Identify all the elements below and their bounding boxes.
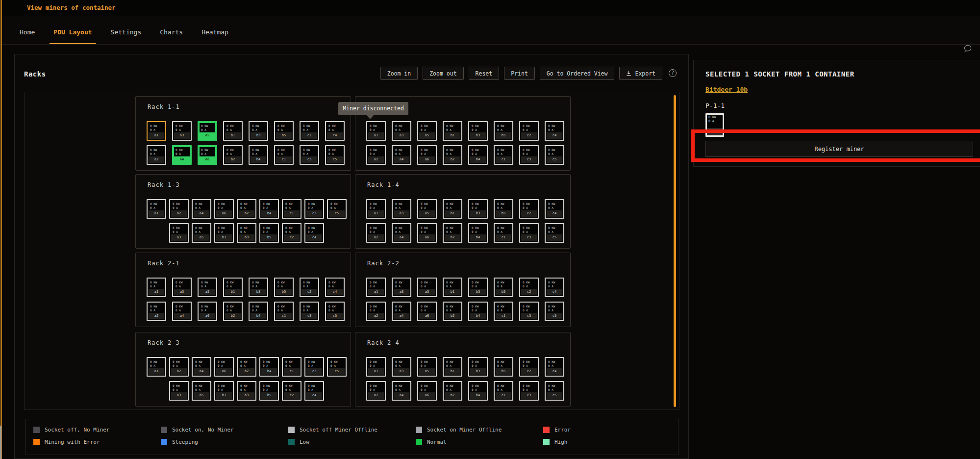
socket-b2[interactable]: 0 KW0 Ab2 [237, 357, 256, 377]
socket-a1[interactable]: 0 KW0 Aa1 [366, 278, 386, 297]
socket-a5[interactable]: 0 KW0 Aa5 [417, 121, 437, 141]
socket-b3[interactable]: 0 KW0 Ab3 [249, 121, 268, 141]
socket-a1[interactable]: 0 KW0 Aa1 [147, 121, 166, 141]
socket-c5[interactable]: 0 KW0 Ac5 [545, 381, 564, 401]
socket-b3[interactable]: 0 KW0 Ab3 [468, 199, 488, 219]
socket-c2[interactable]: 0 KW0 Ac2 [300, 278, 319, 297]
socket-c1[interactable]: 0 KW0 Ac1 [494, 223, 513, 243]
export-button[interactable]: Export [619, 67, 662, 80]
socket-c4[interactable]: 0 KW0 Ac4 [304, 381, 324, 401]
zoom-out-button[interactable]: Zoom out [423, 67, 463, 80]
socket-a5[interactable]: 0 KW0 Aa5 [417, 278, 437, 297]
socket-a1[interactable]: 0 KW0 Aa1 [366, 199, 386, 219]
socket-a4[interactable]: 0 KW0 Aa4 [172, 145, 192, 165]
socket-b4[interactable]: 0 KW0 Ab4 [259, 357, 279, 377]
socket-c2[interactable]: 0 KW0 Ac2 [519, 357, 539, 377]
socket-b5[interactable]: 0 KW0 Ab5 [274, 121, 294, 141]
socket-b1[interactable]: 0 KW0 Ab1 [214, 381, 234, 401]
socket-b3[interactable]: 0 KW0 Ab3 [237, 381, 256, 401]
socket-b3[interactable]: 0 KW0 Ab3 [249, 278, 268, 297]
socket-c5[interactable]: 0 KW0 Ac5 [327, 357, 347, 377]
socket-a2[interactable]: 0 KW0 Aa2 [169, 199, 189, 219]
socket-c1[interactable]: 0 KW0 Ac1 [282, 199, 302, 219]
socket-a5[interactable]: 0 KW0 Aa5 [192, 381, 211, 401]
socket-a1[interactable]: 0 KW0 Aa1 [366, 357, 386, 377]
tab-charts[interactable]: Charts [156, 28, 187, 44]
left-scrollbar-thumb[interactable] [0, 426, 1, 459]
socket-a6[interactable]: 0 KW0 Aa6 [417, 381, 437, 401]
socket-a1[interactable]: 0 KW0 Aa1 [147, 357, 166, 377]
socket-c5[interactable]: 0 KW0 Ac5 [545, 223, 564, 243]
socket-c5[interactable]: 0 KW0 Ac5 [545, 302, 564, 321]
socket-b1[interactable]: 0 KW0 Ab1 [214, 223, 234, 243]
socket-c1[interactable]: 0 KW0 Ac1 [274, 145, 294, 165]
socket-c3[interactable]: 0 KW0 Ac3 [519, 302, 539, 321]
socket-a2[interactable]: 0 KW0 Aa2 [147, 145, 166, 165]
tab-settings[interactable]: Settings [107, 28, 146, 44]
socket-c4[interactable]: 0 KW0 Ac4 [325, 121, 345, 141]
socket-b5[interactable]: 0 KW0 Ab5 [494, 357, 513, 377]
socket-b3[interactable]: 0 KW0 Ab3 [237, 223, 256, 243]
socket-a3[interactable]: 0 KW0 Aa3 [392, 121, 411, 141]
socket-c3[interactable]: 0 KW0 Ac3 [304, 199, 324, 219]
socket-c3[interactable]: 0 KW0 Ac3 [519, 223, 539, 243]
socket-a1[interactable]: 0 KW0 Aa1 [147, 278, 166, 297]
socket-a5[interactable]: 0 KW0 Aa5 [192, 223, 211, 243]
tab-heatmap[interactable]: Heatmap [198, 28, 232, 44]
socket-b5[interactable]: 0 KW0 Ab5 [259, 223, 279, 243]
socket-a6[interactable]: 0 KW0 Aa6 [198, 302, 217, 321]
socket-a2[interactable]: 0 KW0 Aa2 [366, 381, 386, 401]
socket-a3[interactable]: 0 KW0 Aa3 [169, 381, 189, 401]
socket-a4[interactable]: 0 KW0 Aa4 [392, 223, 411, 243]
socket-a6[interactable]: 0 KW0 Aa6 [417, 223, 437, 243]
socket-b5[interactable]: 0 KW0 Ab5 [274, 278, 294, 297]
socket-a5[interactable]: 0 KW0 Aa5 [417, 199, 437, 219]
socket-c4[interactable]: 0 KW0 Ac4 [545, 357, 564, 377]
socket-b5[interactable]: 0 KW0 Ab5 [259, 381, 279, 401]
socket-c5[interactable]: 0 KW0 Ac5 [325, 145, 345, 165]
socket-a6[interactable]: 0 KW0 Aa6 [417, 302, 437, 321]
socket-c4[interactable]: 0 KW0 Ac4 [325, 278, 345, 297]
socket-a2[interactable]: 0 KW0 Aa2 [366, 223, 386, 243]
socket-a3[interactable]: 0 KW0 Aa3 [392, 199, 411, 219]
socket-b2[interactable]: 0 KW0 Ab2 [223, 302, 243, 321]
socket-a3[interactable]: 0 KW0 Aa3 [392, 278, 411, 297]
zoom-in-button[interactable]: Zoom in [380, 67, 418, 80]
socket-b2[interactable]: 0 KW0 Ab2 [443, 223, 462, 243]
socket-b1[interactable]: 0 KW0 Ab1 [443, 121, 462, 141]
socket-c4[interactable]: 0 KW0 Ac4 [304, 223, 324, 243]
socket-c5[interactable]: 0 KW0 Ac5 [327, 199, 347, 219]
socket-a3[interactable]: 0 KW0 Aa3 [172, 278, 192, 297]
socket-b4[interactable]: 0 KW0 Ab4 [259, 199, 279, 219]
socket-c1[interactable]: 0 KW0 Ac1 [494, 381, 513, 401]
tab-pdu-layout[interactable]: PDU Layout [50, 28, 96, 44]
socket-c3[interactable]: 0 KW0 Ac3 [300, 302, 319, 321]
socket-a2[interactable]: 0 KW0 Aa2 [366, 302, 386, 321]
socket-c2[interactable]: 0 KW0 Ac2 [282, 223, 302, 243]
container-link[interactable]: Bitdeer 10b [705, 86, 748, 93]
socket-a2[interactable]: 0 KW0 Aa2 [366, 145, 386, 165]
tab-home[interactable]: Home [16, 28, 39, 44]
socket-b4[interactable]: 0 KW0 Ab4 [468, 381, 488, 401]
socket-c1[interactable]: 0 KW0 Ac1 [274, 302, 294, 321]
help-icon[interactable]: ? [669, 69, 677, 77]
socket-c3[interactable]: 0 KW0 Ac3 [519, 145, 539, 165]
socket-a4[interactable]: 0 KW0 Aa4 [192, 199, 211, 219]
socket-c1[interactable]: 0 KW0 Ac1 [494, 145, 513, 165]
socket-b2[interactable]: 0 KW0 Ab2 [223, 145, 243, 165]
socket-c3[interactable]: 0 KW0 Ac3 [519, 381, 539, 401]
socket-b4[interactable]: 0 KW0 Ab4 [249, 145, 268, 165]
socket-b5[interactable]: 0 KW0 Ab5 [494, 121, 513, 141]
viewport-scrollbar[interactable] [674, 95, 676, 407]
socket-c2[interactable]: 0 KW0 Ac2 [519, 199, 539, 219]
socket-a6[interactable]: 0 KW0 Aa6 [198, 145, 217, 165]
socket-c4[interactable]: 0 KW0 Ac4 [545, 121, 564, 141]
socket-a1[interactable]: 0 KW0 Aa1 [147, 199, 166, 219]
socket-c1[interactable]: 0 KW0 Ac1 [494, 302, 513, 321]
socket-c2[interactable]: 0 KW0 Ac2 [519, 121, 539, 141]
socket-c2[interactable]: 0 KW0 Ac2 [300, 121, 319, 141]
socket-b2[interactable]: 0 KW0 Ab2 [443, 145, 462, 165]
socket-b1[interactable]: 0 KW0 Ab1 [443, 357, 462, 377]
socket-a4[interactable]: 0 KW0 Aa4 [172, 302, 192, 321]
socket-c3[interactable]: 0 KW0 Ac3 [300, 145, 319, 165]
